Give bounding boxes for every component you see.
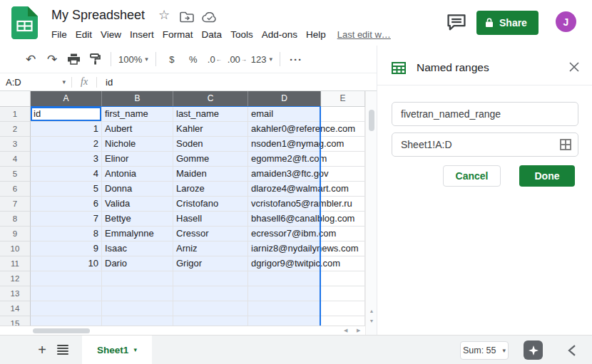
name-box[interactable]: A:D ▾	[0, 73, 71, 90]
cell-D12[interactable]	[248, 271, 321, 286]
cell-A1[interactable]: id	[31, 107, 102, 122]
close-icon[interactable]	[568, 61, 581, 73]
column-header-D[interactable]: D	[248, 91, 321, 107]
cell-B2[interactable]: Aubert	[102, 122, 173, 137]
row-header-6[interactable]: 6	[0, 182, 31, 197]
menu-data[interactable]: Data	[198, 27, 227, 42]
zoom-select[interactable]: 100%▾	[118, 50, 148, 68]
row-header-14[interactable]: 14	[0, 301, 31, 316]
cell-A2[interactable]: 1	[31, 122, 102, 137]
add-sheet-icon[interactable]: +	[33, 340, 51, 359]
cell-D8[interactable]: bhasell6@canalblog.com	[248, 212, 321, 227]
cell-C13[interactable]	[173, 286, 248, 301]
row-header-15[interactable]: 15	[0, 316, 31, 326]
cell-E10[interactable]	[321, 241, 365, 256]
cell-B12[interactable]	[102, 271, 173, 286]
cell-E2[interactable]	[321, 122, 365, 137]
horizontal-scrollbar[interactable]: ◀ ▶	[0, 326, 365, 335]
cell-C12[interactable]	[173, 271, 248, 286]
scroll-right-icon[interactable]: ▶	[357, 328, 360, 333]
menu-add-ons[interactable]: Add-ons	[257, 27, 302, 42]
cloud-status-icon[interactable]	[202, 12, 218, 23]
sum-dropdown[interactable]: Sum: 55 ▾	[460, 341, 509, 360]
cell-A15[interactable]	[31, 316, 102, 326]
star-icon[interactable]: ☆	[158, 9, 170, 21]
cell-C10[interactable]: Arniz	[173, 241, 248, 256]
cell-A12[interactable]	[31, 271, 102, 286]
cell-A10[interactable]: 9	[31, 241, 102, 256]
vertical-scrollbar-thumb[interactable]	[369, 110, 374, 131]
range-name-input[interactable]	[392, 102, 578, 126]
cell-B8[interactable]: Bettye	[102, 212, 173, 227]
cell-E12[interactable]	[321, 271, 365, 286]
menu-view[interactable]: View	[96, 27, 126, 42]
column-header-E[interactable]: E	[321, 91, 365, 107]
cell-A11[interactable]: 10	[31, 256, 102, 271]
column-header-C[interactable]: C	[173, 91, 248, 107]
cell-E3[interactable]	[321, 137, 365, 152]
row-header-12[interactable]: 12	[0, 271, 31, 286]
row-header-3[interactable]: 3	[0, 137, 31, 152]
done-button[interactable]: Done	[519, 165, 575, 187]
row-header-13[interactable]: 13	[0, 286, 31, 301]
range-reference-input[interactable]	[392, 132, 578, 157]
number-format-select[interactable]: 123▾	[251, 50, 272, 68]
cell-A9[interactable]: 8	[31, 227, 102, 241]
cell-A4[interactable]: 3	[31, 152, 102, 167]
cell-B7[interactable]: Valida	[102, 197, 173, 212]
cell-D11[interactable]: dgrigor9@twitpic.com	[248, 256, 321, 271]
cell-B14[interactable]	[102, 301, 173, 316]
cell-A14[interactable]	[31, 301, 102, 316]
cell-A3[interactable]: 2	[31, 137, 102, 152]
cell-C6[interactable]: Laroze	[173, 182, 248, 197]
paint-format-icon[interactable]	[86, 50, 103, 68]
last-edit-link[interactable]: Last edit w…	[337, 29, 391, 40]
row-header-5[interactable]: 5	[0, 167, 31, 182]
cell-B11[interactable]: Dario	[102, 256, 173, 271]
cell-C11[interactable]: Grigor	[173, 256, 248, 271]
cell-E9[interactable]	[321, 227, 365, 241]
cell-A8[interactable]: 7	[31, 212, 102, 227]
row-header-10[interactable]: 10	[0, 241, 31, 256]
cell-D1[interactable]: email	[248, 107, 321, 122]
cell-B6[interactable]: Donna	[102, 182, 173, 197]
row-header-4[interactable]: 4	[0, 152, 31, 167]
cell-E6[interactable]	[321, 182, 365, 197]
cell-A5[interactable]: 4	[31, 167, 102, 182]
cell-D10[interactable]: iarniz8@nydailynews.com	[248, 241, 321, 256]
cell-E14[interactable]	[321, 301, 365, 316]
cell-A7[interactable]: 6	[31, 197, 102, 212]
print-icon[interactable]	[65, 50, 82, 68]
cell-B9[interactable]: Emmalynne	[102, 227, 173, 241]
explore-button[interactable]	[524, 340, 543, 360]
row-header-11[interactable]: 11	[0, 256, 31, 271]
cell-C3[interactable]: Soden	[173, 137, 248, 152]
move-folder-icon[interactable]	[180, 11, 194, 23]
cell-D9[interactable]: ecressor7@ibm.com	[248, 227, 321, 241]
cell-E7[interactable]	[321, 197, 365, 212]
all-sheets-icon[interactable]	[57, 344, 68, 355]
cell-D15[interactable]	[248, 316, 321, 326]
scroll-down-icon[interactable]: ▼	[366, 318, 377, 323]
cell-B5[interactable]: Antonia	[102, 167, 173, 182]
cell-E11[interactable]	[321, 256, 365, 271]
cell-C9[interactable]: Cressor	[173, 227, 248, 241]
row-header-9[interactable]: 9	[0, 227, 31, 241]
cell-D6[interactable]: dlaroze4@walmart.com	[248, 182, 321, 197]
menu-format[interactable]: Format	[158, 27, 198, 42]
cell-A13[interactable]	[31, 286, 102, 301]
cell-B15[interactable]	[102, 316, 173, 326]
scroll-left-icon[interactable]: ◀	[344, 328, 347, 333]
menu-help[interactable]: Help	[302, 27, 330, 42]
cell-C5[interactable]: Maiden	[173, 167, 248, 182]
cell-C7[interactable]: Cristofano	[173, 197, 248, 212]
cell-E13[interactable]	[321, 286, 365, 301]
cell-E15[interactable]	[321, 316, 365, 326]
cell-C14[interactable]	[173, 301, 248, 316]
row-header-7[interactable]: 7	[0, 197, 31, 212]
cell-E1[interactable]	[321, 107, 365, 122]
cell-C8[interactable]: Hasell	[173, 212, 248, 227]
decrease-decimal-icon[interactable]: .0←	[206, 50, 223, 68]
menu-tools[interactable]: Tools	[226, 27, 257, 42]
menu-insert[interactable]: Insert	[126, 27, 158, 42]
